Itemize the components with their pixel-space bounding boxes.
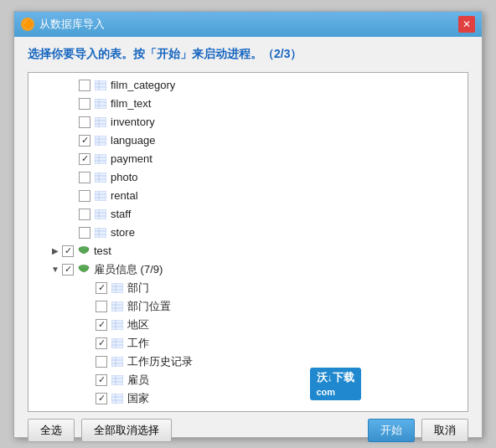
deselect-all-button[interactable]: 全部取消选择 bbox=[81, 419, 172, 442]
right-buttons: 沃↓下载 com 开始 取消 bbox=[361, 419, 468, 442]
svg-rect-44 bbox=[111, 301, 123, 312]
svg-rect-56 bbox=[111, 357, 123, 367]
svg-rect-28 bbox=[95, 209, 106, 219]
checkbox-photo[interactable] bbox=[79, 172, 90, 183]
expand-test[interactable]: ▶ bbox=[49, 245, 62, 258]
item-label: 工作历史记录 bbox=[127, 354, 193, 369]
svg-rect-8 bbox=[95, 117, 106, 127]
item-label: store bbox=[111, 226, 135, 239]
item-label: 工作 bbox=[127, 336, 149, 351]
list-item[interactable]: photo bbox=[28, 168, 468, 187]
checkbox-region[interactable]: ✓ bbox=[96, 319, 107, 331]
item-label: 雇员信息 (7/9) bbox=[94, 262, 163, 277]
checkbox-employee[interactable]: ✓ bbox=[96, 374, 107, 386]
title-bar: 🔶 从数据库导入 ✕ bbox=[14, 12, 482, 37]
item-label: film_text bbox=[111, 97, 151, 110]
checkbox-work[interactable]: ✓ bbox=[96, 337, 107, 349]
list-inner: film_category film_text bbox=[28, 73, 468, 411]
spacer bbox=[65, 79, 79, 92]
table-icon bbox=[94, 135, 107, 147]
svg-rect-0 bbox=[95, 80, 106, 90]
item-label: 地区 bbox=[127, 317, 149, 332]
title-bar-left: 🔶 从数据库导入 bbox=[21, 17, 105, 32]
checkbox-dept[interactable]: ✓ bbox=[96, 282, 107, 294]
list-item[interactable]: ✓ payment bbox=[28, 150, 468, 168]
db-icon bbox=[77, 245, 90, 257]
table-icon bbox=[94, 190, 107, 202]
spacer bbox=[82, 281, 96, 295]
cancel-button[interactable]: 取消 bbox=[421, 419, 468, 442]
content-area: 选择你要导入的表。按「开始」来启动进程。（2/3） bbox=[14, 37, 482, 449]
list-item[interactable]: ✓ language bbox=[28, 131, 468, 150]
item-label: rental bbox=[111, 189, 138, 202]
item-label: 国家 bbox=[127, 391, 149, 406]
table-icon bbox=[111, 282, 124, 294]
item-label: 部门 bbox=[127, 281, 149, 296]
window-icon: 🔶 bbox=[21, 18, 34, 31]
checkbox-test[interactable]: ✓ bbox=[62, 245, 74, 257]
checkbox-staff[interactable] bbox=[79, 209, 90, 220]
svg-rect-4 bbox=[95, 99, 106, 109]
list-item[interactable]: ✓ 工作 bbox=[28, 334, 468, 353]
table-icon bbox=[94, 209, 107, 220]
checkbox-store[interactable] bbox=[79, 227, 90, 239]
spacer bbox=[65, 97, 79, 111]
checkbox-payment[interactable]: ✓ bbox=[79, 153, 90, 165]
checkbox-inventory[interactable] bbox=[79, 116, 90, 128]
window-title: 从数据库导入 bbox=[39, 17, 105, 32]
item-label: photo bbox=[111, 171, 138, 183]
list-item[interactable]: film_text bbox=[28, 95, 468, 113]
checkbox-rental[interactable] bbox=[79, 190, 90, 202]
spacer bbox=[82, 355, 96, 368]
table-icon bbox=[94, 172, 107, 183]
table-icon bbox=[94, 98, 107, 110]
select-all-button[interactable]: 全选 bbox=[28, 419, 75, 442]
table-icon bbox=[111, 374, 124, 386]
list-item[interactable]: 工作历史记录 bbox=[28, 353, 468, 371]
checkbox-dept-location[interactable] bbox=[96, 301, 107, 312]
table-icon bbox=[94, 153, 107, 165]
checkbox-language[interactable]: ✓ bbox=[79, 135, 90, 147]
spacer bbox=[65, 116, 79, 129]
list-item[interactable]: staff bbox=[28, 205, 468, 224]
item-label: inventory bbox=[111, 116, 155, 128]
db-icon bbox=[77, 264, 90, 275]
svg-rect-12 bbox=[95, 136, 106, 146]
list-item-employees-info[interactable]: ▼ ✓ 雇员信息 (7/9) bbox=[28, 260, 468, 279]
spacer bbox=[82, 373, 96, 387]
close-button[interactable]: ✕ bbox=[458, 16, 475, 33]
list-item[interactable]: store bbox=[28, 224, 468, 242]
item-label: test bbox=[94, 245, 111, 257]
list-item[interactable]: ✓ 部门 bbox=[28, 279, 468, 297]
list-item[interactable]: rental bbox=[28, 187, 468, 205]
spacer bbox=[82, 337, 96, 350]
list-item[interactable]: inventory bbox=[28, 113, 468, 131]
item-label: 雇员 bbox=[127, 373, 149, 388]
checkbox-work-history[interactable] bbox=[96, 356, 107, 368]
start-button[interactable]: 开始 bbox=[368, 419, 415, 442]
svg-rect-52 bbox=[111, 338, 123, 348]
spacer bbox=[82, 318, 96, 332]
checkbox-employees-info[interactable]: ✓ bbox=[62, 264, 74, 275]
table-icon bbox=[94, 116, 107, 128]
checkbox-film_text[interactable] bbox=[79, 98, 90, 110]
spacer bbox=[82, 392, 96, 405]
expand-employees[interactable]: ▼ bbox=[49, 263, 62, 276]
list-item-test[interactable]: ▶ ✓ test bbox=[28, 242, 468, 260]
list-item[interactable]: ✓ 地区 bbox=[28, 316, 468, 334]
checkbox-country[interactable]: ✓ bbox=[96, 393, 107, 404]
list-item[interactable]: ✓ 雇员 bbox=[28, 371, 468, 389]
list-item[interactable]: 部门位置 bbox=[28, 297, 468, 316]
item-label: payment bbox=[111, 152, 152, 165]
list-item[interactable]: film_category bbox=[28, 76, 468, 95]
table-icon bbox=[111, 301, 124, 312]
item-label: staff bbox=[111, 208, 131, 220]
spacer bbox=[82, 300, 96, 313]
item-label: language bbox=[111, 134, 156, 147]
svg-rect-60 bbox=[111, 375, 123, 385]
table-icon bbox=[111, 356, 124, 368]
item-label: film_category bbox=[111, 79, 175, 91]
list-item[interactable]: ✓ 国家 bbox=[28, 389, 468, 408]
table-list[interactable]: film_category film_text bbox=[28, 72, 468, 412]
checkbox-film_category[interactable] bbox=[79, 80, 90, 91]
